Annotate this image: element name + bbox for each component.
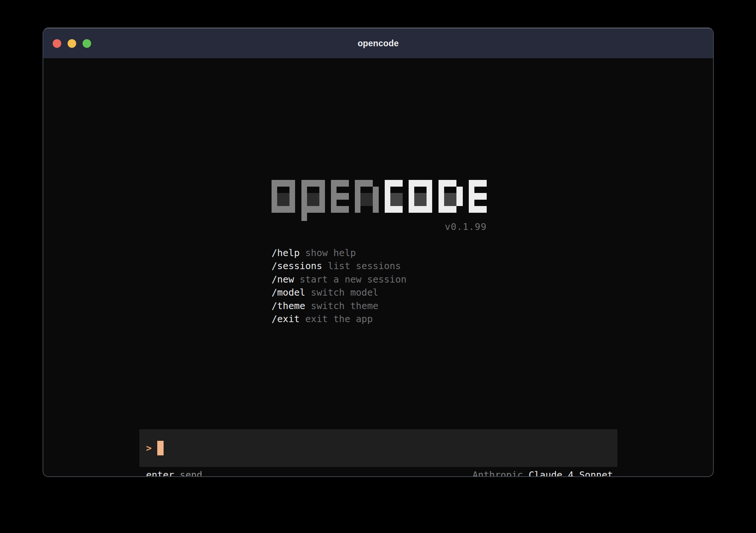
zoom-button[interactable] bbox=[83, 39, 91, 48]
model-name: Claude 4 Sonnet bbox=[529, 470, 613, 477]
opencode-window: opencode v0.1.99 /help show help/session… bbox=[43, 28, 714, 477]
version-label: v0.1.99 bbox=[272, 221, 487, 232]
command-name: /help bbox=[272, 247, 300, 258]
command-row: /new start a new session bbox=[272, 273, 406, 286]
logo-letter-e bbox=[469, 180, 487, 213]
command-description: switch theme bbox=[305, 300, 378, 311]
command-description: switch model bbox=[305, 287, 378, 298]
command-name: /theme bbox=[272, 300, 305, 311]
text-cursor bbox=[157, 441, 164, 455]
command-row: /model switch model bbox=[272, 286, 406, 299]
logo-letter-o bbox=[409, 180, 432, 213]
opencode-logo bbox=[272, 180, 487, 222]
command-row: /help show help bbox=[272, 246, 406, 259]
command-row: /theme switch theme bbox=[272, 299, 406, 312]
command-name: /model bbox=[272, 287, 305, 298]
logo-letter-d bbox=[439, 180, 463, 213]
status-bar: enter send Anthropic Claude 4 Sonnet bbox=[139, 469, 617, 477]
logo-letter-c bbox=[385, 180, 403, 213]
logo-letter-o bbox=[272, 180, 295, 213]
window-title: opencode bbox=[357, 38, 399, 49]
command-description: show help bbox=[300, 247, 356, 258]
prompt-icon: > bbox=[146, 443, 152, 453]
terminal-content: v0.1.99 /help show help/sessions list se… bbox=[43, 58, 713, 477]
logo-letter-p bbox=[301, 180, 325, 221]
logo-letter-n bbox=[355, 180, 379, 213]
model-indicator[interactable]: Anthropic Claude 4 Sonnet bbox=[472, 470, 613, 477]
command-row: /sessions list sessions bbox=[272, 259, 406, 272]
logo-letter-e bbox=[331, 180, 349, 213]
command-name: /sessions bbox=[272, 261, 322, 271]
command-description: exit the app bbox=[300, 314, 373, 324]
command-name: /new bbox=[272, 274, 294, 285]
model-provider: Anthropic bbox=[472, 470, 523, 477]
hint-key: enter bbox=[146, 470, 174, 477]
hint-action: send bbox=[180, 470, 202, 477]
command-name: /exit bbox=[272, 314, 300, 324]
traffic-lights bbox=[53, 28, 91, 58]
prompt-input[interactable]: > bbox=[139, 429, 617, 467]
command-description: list sessions bbox=[322, 261, 401, 271]
command-row: /exit exit the app bbox=[272, 312, 406, 325]
enter-hint: enter send bbox=[146, 470, 202, 477]
command-description: start a new session bbox=[294, 274, 406, 285]
minimize-button[interactable] bbox=[68, 39, 76, 48]
window-titlebar[interactable]: opencode bbox=[43, 28, 713, 58]
close-button[interactable] bbox=[53, 39, 61, 48]
command-list: /help show help/sessions list sessions/n… bbox=[272, 246, 406, 325]
